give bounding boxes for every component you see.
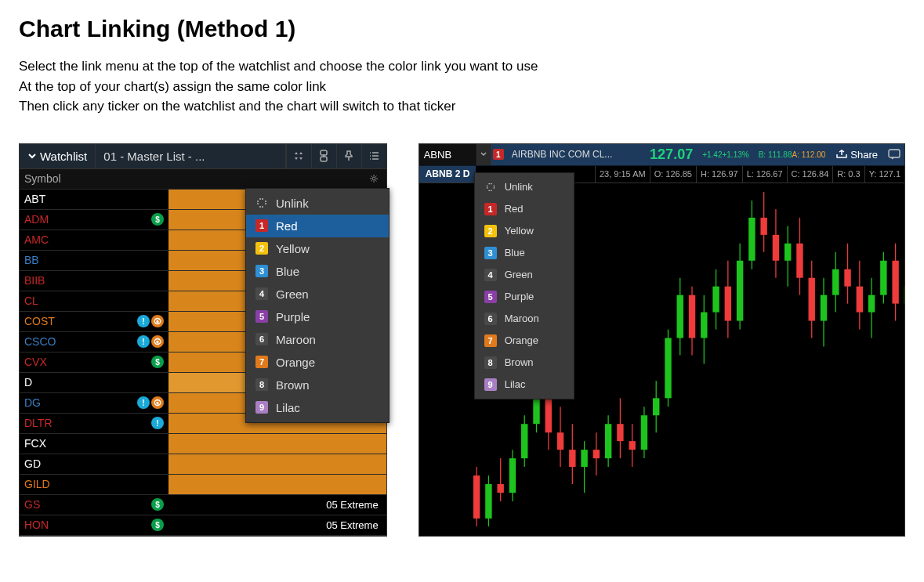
link-menu-item-blue[interactable]: 3Blue	[246, 260, 389, 283]
link-menu-unlink[interactable]: Unlink	[246, 192, 389, 215]
link-menu-item-blue[interactable]: 3Blue	[475, 242, 574, 264]
svg-rect-50	[737, 260, 743, 320]
link-swatch-icon: 8	[484, 356, 497, 369]
link-menu-item-brown[interactable]: 8Brown	[246, 374, 389, 396]
link-menu-item-green[interactable]: 4Green	[475, 264, 574, 286]
link-swatch-icon: 9	[255, 401, 268, 414]
link-swatch-icon: 1	[484, 203, 497, 215]
green-badge-icon: $	[151, 498, 164, 511]
link-menu-item-purple[interactable]: 5Purple	[475, 286, 574, 308]
page-title: Chart Linking (Method 1)	[19, 16, 905, 42]
link-menu-item-label: Red	[505, 203, 524, 215]
svg-rect-6	[473, 475, 480, 519]
svg-rect-64	[820, 295, 826, 320]
watchlist-panel: Watchlist 01 - Master List - ... Symbol	[19, 143, 387, 537]
ticker-symbol: ADM	[24, 213, 49, 226]
link-menu-item-orange[interactable]: 7Orange	[246, 351, 389, 374]
chevron-down-icon	[480, 152, 487, 157]
gear-icon[interactable]	[369, 174, 379, 183]
svg-rect-38	[665, 338, 671, 398]
sort-up-down-icon[interactable]	[286, 144, 311, 168]
ticker-symbol: FCX	[24, 437, 46, 450]
link-menu-item-label: Brown	[276, 378, 310, 392]
link-menu-item-yellow[interactable]: 2Yellow	[246, 237, 389, 260]
link-menu-item-orange[interactable]: 7Orange	[475, 330, 574, 352]
list-icon[interactable]	[361, 144, 386, 168]
ticker-symbol: DLTR	[24, 417, 53, 429]
link-swatch-icon: 8	[255, 378, 268, 391]
link-menu-item-label: Red	[276, 219, 298, 233]
cyan-badge-icon: !	[151, 417, 164, 429]
svg-rect-78	[904, 286, 904, 303]
svg-rect-66	[832, 269, 839, 295]
watchlist-header: Watchlist 01 - Master List - ...	[20, 144, 386, 169]
link-menu-item-green[interactable]: 4Green	[246, 283, 389, 305]
svg-rect-46	[712, 286, 719, 312]
chart-company-name: AIRBNB INC COM CL...	[505, 144, 645, 165]
link-menu-item-brown[interactable]: 8Brown	[475, 352, 574, 374]
link-swatch-red-icon: 1	[493, 149, 504, 160]
link-menu-item-label: Orange	[505, 334, 538, 346]
link-menu-unlink-label: Unlink	[276, 197, 309, 210]
link-menu-button[interactable]	[311, 144, 336, 168]
chart-link-button[interactable]: 1	[491, 144, 505, 165]
svg-rect-74	[880, 260, 886, 295]
link-swatch-icon: 2	[484, 225, 497, 237]
ticker-symbol: COST	[24, 315, 55, 327]
link-menu-item-maroon[interactable]: 6Maroon	[475, 308, 574, 330]
chart-link-menu-popup: Unlink 1Red2Yellow3Blue4Green5Purple6Mar…	[474, 172, 574, 399]
svg-point-3	[372, 177, 375, 180]
watchlist-value-cell	[168, 475, 386, 494]
watchlist-tab[interactable]: Watchlist	[20, 144, 96, 168]
watchlist-list-name: 01 - Master List - ...	[103, 150, 205, 163]
link-swatch-icon: 4	[255, 287, 268, 300]
ticker-symbol: GD	[24, 457, 41, 470]
link-swatch-icon: 2	[255, 242, 268, 255]
svg-rect-52	[748, 217, 755, 260]
watchlist-value-cell	[168, 454, 386, 474]
link-menu-item-label: Lilac	[276, 401, 300, 414]
link-menu-unlink[interactable]: Unlink	[475, 176, 574, 198]
link-menu-item-label: Blue	[276, 265, 299, 278]
watchlist-row[interactable]: GD	[20, 454, 386, 475]
message-icon[interactable]	[884, 144, 904, 165]
svg-rect-20	[557, 432, 563, 450]
link-menu-item-red[interactable]: 1Red	[475, 198, 574, 220]
svg-rect-24	[581, 450, 587, 467]
green-badge-icon: $	[151, 213, 164, 226]
watchlist-row[interactable]: GILD	[20, 475, 386, 495]
svg-rect-60	[796, 243, 803, 277]
link-menu-item-red[interactable]: 1Red	[246, 215, 389, 237]
watchlist-row[interactable]: FCX	[20, 434, 386, 454]
svg-rect-30	[617, 424, 623, 441]
svg-rect-32	[629, 441, 635, 450]
share-button[interactable]: Share	[830, 144, 884, 165]
chart-header: ABNB 1 AIRBNB INC COM CL... 127.07 +1.42…	[419, 144, 904, 166]
column-header-symbol[interactable]: Symbol	[20, 172, 168, 185]
watchlist-list-selector[interactable]: 01 - Master List - ...	[96, 144, 285, 168]
svg-rect-28	[605, 424, 611, 458]
chart-timeframe-tab[interactable]: ABNB 2 D	[419, 166, 476, 183]
watchlist-row[interactable]: HON$05 Extreme	[20, 515, 386, 536]
link-swatch-icon: 7	[255, 356, 268, 368]
svg-rect-12	[509, 458, 515, 493]
ticker-symbol: GILD	[24, 478, 50, 490]
chart-ticker-input[interactable]: ABNB	[419, 144, 477, 165]
cyan-badge-icon: !	[137, 396, 150, 409]
chart-ticker-dropdown[interactable]	[477, 144, 491, 165]
link-menu-item-label: Brown	[505, 356, 534, 368]
link-menu-unlink-label: Unlink	[505, 181, 533, 193]
pin-icon[interactable]	[336, 144, 361, 168]
svg-rect-56	[772, 234, 778, 260]
link-menu-item-purple[interactable]: 5Purple	[246, 305, 389, 328]
link-menu-item-lilac[interactable]: 9Lilac	[475, 374, 574, 396]
watchlist-row[interactable]: GS$05 Extreme	[20, 495, 386, 515]
link-menu-item-lilac[interactable]: 9Lilac	[246, 396, 389, 419]
ticker-symbol: ABT	[24, 193, 45, 205]
unlink-icon	[255, 197, 268, 209]
watchlist-column-header: Symbol	[20, 169, 386, 190]
link-menu-item-yellow[interactable]: 2Yellow	[475, 220, 574, 242]
link-menu-item-label: Yellow	[505, 225, 534, 237]
link-menu-item-maroon[interactable]: 6Maroon	[246, 328, 389, 351]
link-menu-item-label: Purple	[505, 291, 534, 302]
